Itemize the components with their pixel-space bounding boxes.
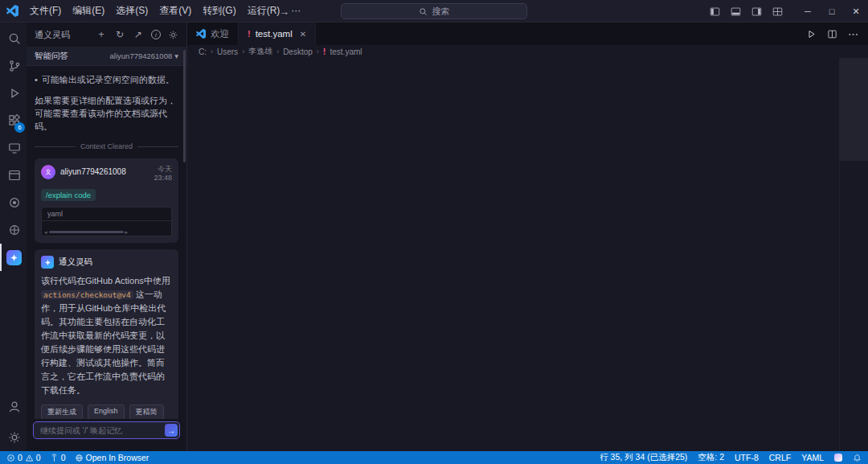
menu-file[interactable]: 文件(F) [24, 0, 67, 22]
tongyi-lingma-icon [6, 250, 22, 265]
info-icon[interactable]: i [151, 30, 161, 39]
qa-section-header: 智能问答 aliyun7794261008 ▾ [27, 47, 186, 66]
activity-accounts[interactable] [0, 393, 27, 421]
code-lines[interactable] [187, 58, 839, 451]
browser-preview-icon [7, 168, 22, 183]
user-name: aliyun7794261008 [60, 165, 126, 179]
scroll-right-icon[interactable]: ▸ [125, 229, 129, 236]
chat-code-content[interactable] [42, 221, 171, 228]
activity-live-preview[interactable] [0, 162, 27, 189]
globe-icon [75, 454, 84, 462]
indentation-status[interactable]: 空格: 2 [698, 452, 724, 463]
run-file-icon[interactable] [806, 29, 817, 39]
toggle-secondary-sidebar-icon[interactable] [751, 6, 762, 17]
settings-gear-icon[interactable] [168, 30, 178, 40]
more-concise-button[interactable]: 更精简 [129, 404, 164, 419]
activity-remote-explorer[interactable] [0, 134, 27, 162]
menu-edit[interactable]: 编辑(E) [67, 0, 110, 22]
toggle-panel-icon[interactable] [731, 6, 741, 17]
split-editor-icon[interactable] [827, 29, 837, 39]
ports-status[interactable]: 0 [50, 453, 66, 462]
language-mode-status[interactable]: YAML [801, 453, 824, 462]
activity-source-control[interactable] [0, 52, 27, 80]
message-timestamp: 今天 23:48 [154, 165, 172, 183]
notifications-bell[interactable] [853, 454, 862, 462]
chevron-down-icon: ▾ [174, 51, 178, 60]
tab-welcome[interactable]: 欢迎 [187, 23, 239, 45]
activity-kubernetes[interactable] [0, 216, 27, 244]
gear-icon [7, 430, 22, 445]
breadcrumb-item[interactable]: 李逸雄 [248, 46, 272, 57]
minimap[interactable] [839, 58, 868, 451]
english-button[interactable]: English [88, 404, 125, 419]
history-icon[interactable]: ↻ [114, 29, 125, 40]
eol-status[interactable]: CRLF [769, 453, 791, 462]
breadcrumb-item[interactable]: C: [199, 47, 207, 56]
chat-note-paragraph: 如果需要更详细的配置选项或行为，可能需要查看该动作的文档或源代码。 [35, 94, 178, 133]
tongyi-status-icon[interactable] [834, 454, 842, 462]
activity-tongyi-lingma[interactable] [0, 244, 27, 271]
toggle-sidebar-icon[interactable] [710, 6, 720, 17]
answer-text-prefix: 该行代码在GitHub Actions中使用 [41, 276, 170, 285]
editor-actions: ⋯ [806, 23, 868, 45]
activity-target-tool[interactable] [0, 189, 27, 216]
share-icon[interactable]: ↗ [133, 29, 144, 40]
menu-selection[interactable]: 选择(S) [110, 0, 154, 22]
global-search-box[interactable]: 搜索 [341, 3, 527, 19]
sidebar-scrollbar-thumb[interactable] [183, 50, 186, 162]
breadcrumb[interactable]: C: › Users › 李逸雄 › Desktop › ! test.yaml [187, 45, 868, 58]
tab-test-yaml[interactable]: ! test.yaml ✕ [239, 23, 316, 45]
maximize-button[interactable]: □ [820, 0, 844, 23]
error-icon [6, 454, 15, 462]
code-block-hscrollbar[interactable]: ◂ ▸ [42, 228, 171, 236]
editor-group: 欢迎 ! test.yaml ✕ ⋯ C: › Users › 李逸雄 [187, 23, 868, 451]
slash-command-tag[interactable]: /explain code [41, 189, 96, 201]
chat-scroll-area[interactable]: • 可能输出或记录空闲空间的数据。 如果需要更详细的配置选项或行为，可能需要查看… [27, 66, 186, 419]
close-tab-icon[interactable]: ✕ [300, 30, 306, 39]
breadcrumb-item-file[interactable]: test.yaml [330, 47, 362, 56]
extensions-badge: 6 [14, 122, 25, 133]
breadcrumb-item[interactable]: Users [217, 47, 238, 56]
new-chat-icon[interactable]: + [96, 29, 107, 40]
open-in-browser-status[interactable]: Open In Browser [75, 453, 149, 462]
window-controls: ─ □ ✕ [710, 0, 868, 23]
wheel-icon [7, 223, 22, 237]
chat-input[interactable] [33, 421, 180, 439]
nav-forward-icon[interactable]: → [279, 6, 289, 18]
tab-label: test.yaml [256, 29, 293, 39]
problems-status[interactable]: 0 0 [6, 453, 41, 462]
hscrollbar-thumb[interactable] [49, 231, 124, 233]
cursor-position-status[interactable]: 行 35, 列 34 (已选择25) [600, 452, 687, 463]
chevron-right-icon: › [242, 47, 244, 55]
bell-icon [853, 454, 862, 462]
encoding-status[interactable]: UTF-8 [735, 453, 759, 462]
account-selector[interactable]: aliyun7794261008 ▾ [110, 51, 178, 60]
breadcrumb-item[interactable]: Desktop [283, 47, 313, 56]
minimap-viewport[interactable] [840, 58, 868, 161]
chevron-right-icon: › [276, 47, 279, 55]
activity-settings[interactable] [0, 424, 27, 451]
editor-more-icon[interactable]: ⋯ [848, 28, 858, 40]
activity-extensions[interactable]: 6 [0, 107, 27, 134]
answer-quick-actions: 重新生成 English 更精简 [41, 404, 172, 419]
activity-search[interactable] [0, 25, 27, 52]
source-control-icon [7, 59, 22, 73]
menu-goto[interactable]: 转到(G) [197, 0, 241, 22]
assistant-message-card: 通义灵码 该行代码在GitHub Actions中使用 actions/chec… [35, 249, 178, 419]
nav-back-icon[interactable]: ← [256, 6, 266, 18]
regenerate-button[interactable]: 重新生成 [41, 404, 83, 419]
chat-code-block: yaml ◂ ▸ [41, 207, 172, 236]
run-debug-icon [7, 86, 22, 101]
yaml-file-icon: ! [248, 29, 251, 39]
menu-view[interactable]: 查看(V) [154, 0, 197, 22]
customize-layout-icon[interactable] [772, 6, 783, 17]
search-icon [419, 7, 428, 16]
activity-run-debug[interactable] [0, 80, 27, 107]
send-button[interactable]: → [165, 424, 178, 437]
scroll-left-icon[interactable]: ◂ [44, 229, 47, 236]
status-right: 行 35, 列 34 (已选择25) 空格: 2 UTF-8 CRLF YAML [600, 452, 862, 463]
assistant-name: 通义灵码 [59, 257, 92, 268]
minimize-button[interactable]: ─ [796, 0, 820, 23]
close-window-button[interactable]: ✕ [844, 0, 868, 23]
tongyi-lingma-panel: 通义灵码 + ↻ ↗ i 智能问答 aliyun7794261008 ▾ [27, 23, 187, 451]
